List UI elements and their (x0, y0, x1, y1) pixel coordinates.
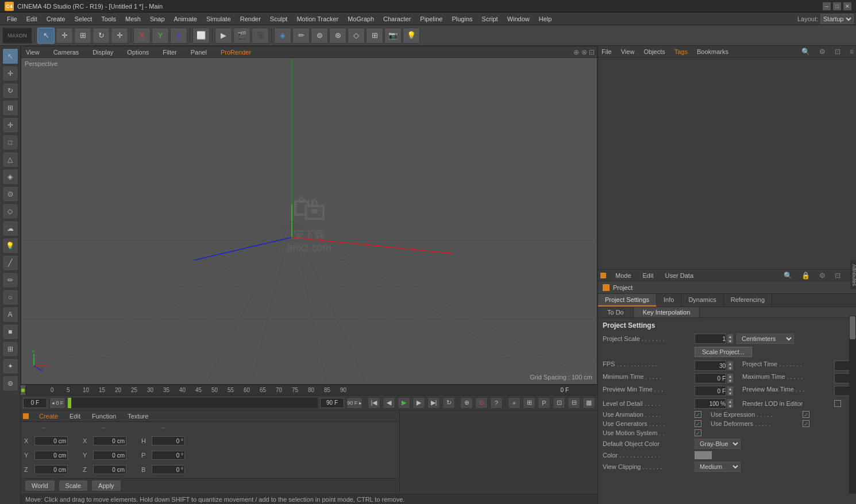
rp-expand-icon[interactable]: ⊡ (835, 48, 840, 56)
rp-file[interactable]: File (600, 48, 613, 55)
subtab-todo[interactable]: To Do (598, 307, 634, 317)
camera-button[interactable]: 📷 (384, 28, 402, 44)
rp-bookmarks[interactable]: Bookmarks (696, 48, 730, 55)
lod-down[interactable]: ▼ (727, 404, 733, 408)
prev-min-input[interactable] (695, 386, 726, 396)
auto-key-btn[interactable]: ? (490, 397, 503, 409)
select-sidebar-btn[interactable]: ↖ (2, 48, 18, 64)
z-axis-button[interactable]: Z (170, 28, 187, 44)
skip-end-btn[interactable]: ▶| (427, 397, 440, 409)
y-axis-button[interactable]: Y (152, 28, 169, 44)
default-color-select[interactable]: Gray-Blue Red Green (695, 439, 741, 449)
deformer-sidebar-btn[interactable]: ◇ (2, 203, 18, 219)
menu-character[interactable]: Character (379, 14, 415, 24)
fx-sidebar-btn[interactable]: ✦ (2, 358, 18, 374)
paint-button[interactable]: ✏ (292, 28, 310, 44)
particles-sidebar-btn[interactable]: ⊚ (2, 375, 18, 391)
menu-mesh[interactable]: Mesh (121, 14, 145, 24)
group-button[interactable]: ⊛ (329, 28, 346, 44)
loop-btn[interactable]: ↻ (442, 397, 455, 409)
brush-sidebar-btn[interactable]: ✏ (2, 272, 18, 288)
anim-btn6[interactable]: ▦ (583, 397, 595, 409)
coord-p-input[interactable] (152, 451, 185, 460)
start-frame-input[interactable] (23, 398, 47, 408)
light-button[interactable]: 💡 (403, 28, 420, 44)
rp-objects[interactable]: Objects (642, 48, 666, 55)
use-expr-checkbox[interactable]: ✓ (803, 411, 809, 418)
menu-create[interactable]: Create (42, 14, 70, 24)
rotate-sidebar-btn[interactable]: ↻ (2, 83, 18, 99)
menu-select[interactable]: Select (70, 14, 97, 24)
anim-btn1[interactable]: + (508, 397, 520, 409)
prevmin-down[interactable]: ▼ (727, 391, 733, 396)
tab-project-settings[interactable]: Project Settings (598, 294, 657, 307)
timeline-scrubber[interactable] (68, 398, 318, 408)
coord-x-input[interactable] (34, 436, 68, 445)
scale-tool-button[interactable]: ⊞ (74, 28, 91, 44)
menu-window[interactable]: Window (503, 14, 534, 24)
use-motion-checkbox[interactable]: ✓ (695, 429, 701, 436)
layout-tab[interactable]: Attributes (850, 261, 856, 289)
move-sidebar-btn[interactable]: ✛ (2, 65, 18, 82)
rotate-tool-button[interactable]: ↻ (92, 28, 110, 44)
rp-tags[interactable]: Tags (673, 48, 689, 55)
close-button[interactable]: ✕ (843, 2, 851, 10)
coord-z-input[interactable] (34, 465, 68, 474)
plus-sidebar-btn[interactable]: ✛ (2, 117, 18, 133)
project-scale-input[interactable] (695, 334, 726, 344)
view-clipping-select[interactable]: Medium Small Large (695, 462, 741, 472)
menu-render[interactable]: Render (236, 14, 265, 24)
next-frame-btn[interactable]: ▶ (412, 397, 425, 409)
skip-start-btn[interactable]: |◀ (368, 397, 380, 409)
play-btn[interactable]: ▶ (398, 397, 410, 409)
rp-search-icon[interactable]: 🔍 (801, 48, 810, 56)
menu-help[interactable]: Help (534, 14, 557, 24)
solid-sidebar-btn[interactable]: ■ (2, 324, 18, 340)
anim-btn4[interactable]: ⊡ (553, 397, 565, 409)
maximize-button[interactable]: □ (833, 2, 841, 10)
lod-input[interactable] (695, 398, 726, 409)
menu-file[interactable]: File (2, 14, 22, 24)
prevmin-up[interactable]: ▲ (727, 386, 733, 391)
menu-plugins[interactable]: Plugins (447, 14, 477, 24)
coord-y-input[interactable] (34, 451, 68, 460)
tab-info[interactable]: Info (657, 294, 681, 307)
cube3d-button[interactable]: ◈ (274, 28, 291, 44)
coord-y2-input[interactable] (93, 451, 126, 460)
select-tool-button[interactable]: ↖ (37, 28, 55, 44)
rp-settings-icon[interactable]: ⚙ (819, 48, 826, 56)
attr-edit[interactable]: Edit (641, 272, 656, 279)
mintime-up[interactable]: ▲ (727, 374, 733, 378)
min-time-input[interactable] (695, 373, 726, 383)
nurbs-sidebar-btn[interactable]: ⊙ (2, 186, 18, 202)
lod-up[interactable]: ▲ (727, 399, 733, 404)
subtab-key-interpolation[interactable]: Key Interpolation (634, 307, 700, 317)
attr-more-icon[interactable]: ⊡ (835, 272, 840, 280)
anim-btn5[interactable]: ⊟ (568, 397, 580, 409)
frame-fwd-input-btn[interactable]: 90 F ▸ (346, 397, 363, 409)
world-button[interactable]: World (25, 480, 55, 491)
attr-mode[interactable]: Mode (613, 272, 634, 279)
vp-menu-view[interactable]: View (24, 49, 42, 56)
tl-texture[interactable]: Texture (125, 413, 151, 420)
timeline-button[interactable]: 🎬 (233, 28, 250, 44)
tab-referencing[interactable]: Referencing (724, 294, 772, 307)
attr-lock-icon[interactable]: 🔒 (801, 272, 810, 280)
tab-dynamics[interactable]: Dynamics (681, 294, 723, 307)
grid-button[interactable]: ⊞ (366, 28, 383, 44)
use-gen-checkbox[interactable]: ✓ (695, 420, 701, 427)
playback-button[interactable]: ▶ (215, 28, 232, 44)
menu-sculpt[interactable]: Sculpt (265, 14, 292, 24)
render-lod-checkbox[interactable] (834, 400, 841, 407)
menu-animate[interactable]: Animate (169, 14, 202, 24)
frame-back-input-btn[interactable]: ◂ 0 F (49, 397, 65, 409)
coord-z2-input[interactable] (93, 465, 126, 474)
select2-button[interactable]: ⊚ (311, 28, 328, 44)
circle-sidebar-btn[interactable]: ○ (2, 289, 18, 305)
rp-view[interactable]: View (620, 48, 636, 55)
object-sidebar-btn[interactable]: ◈ (2, 169, 18, 185)
vp-menu-display[interactable]: Display (90, 49, 115, 56)
attr-settings-icon[interactable]: ⚙ (819, 272, 826, 280)
right-scrollbar[interactable] (849, 316, 856, 494)
color-swatch[interactable] (695, 451, 712, 459)
